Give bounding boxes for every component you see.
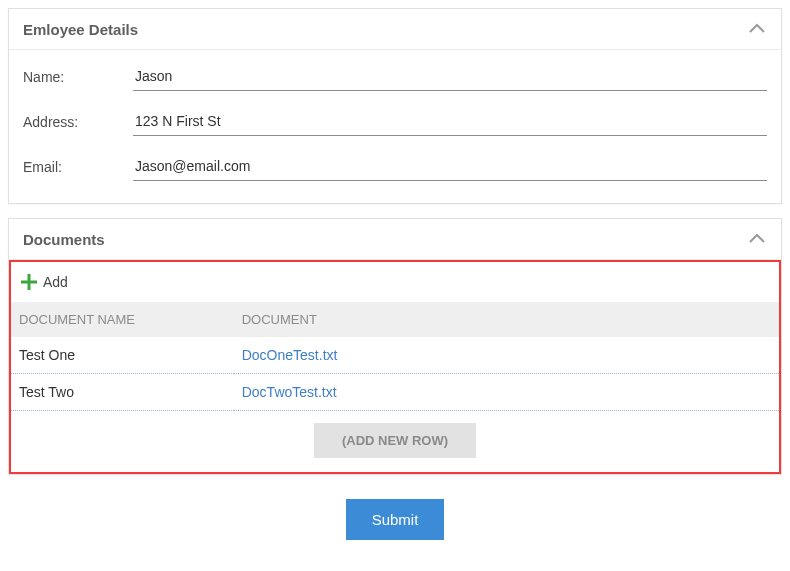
- add-label: Add: [43, 274, 68, 290]
- address-row: Address:: [23, 99, 767, 144]
- doc-name-cell: Test One: [11, 337, 234, 374]
- employee-card-title: Emloyee Details: [23, 21, 138, 38]
- add-new-row-container: (ADD NEW ROW): [11, 411, 779, 460]
- documents-table: DOCUMENT NAME DOCUMENT Test One DocOneTe…: [11, 302, 779, 411]
- documents-card-header[interactable]: Documents: [9, 219, 781, 260]
- employee-card-body: Name: Address: Email:: [9, 50, 781, 203]
- add-document-button[interactable]: Add: [11, 270, 779, 302]
- name-label: Name:: [23, 69, 133, 85]
- address-input[interactable]: [133, 107, 767, 136]
- documents-card-title: Documents: [23, 231, 105, 248]
- doc-link-cell[interactable]: DocTwoTest.txt: [234, 374, 779, 411]
- name-row: Name:: [23, 54, 767, 99]
- add-new-row-button[interactable]: (ADD NEW ROW): [314, 423, 476, 458]
- plus-icon: [19, 272, 39, 292]
- table-row[interactable]: Test One DocOneTest.txt: [11, 337, 779, 374]
- documents-card: Documents Add DOCUMENT NAME DOCUMENT: [8, 218, 782, 475]
- chevron-up-icon[interactable]: [747, 229, 767, 249]
- email-input[interactable]: [133, 152, 767, 181]
- chevron-up-icon[interactable]: [747, 19, 767, 39]
- address-label: Address:: [23, 114, 133, 130]
- doc-link-cell[interactable]: DocOneTest.txt: [234, 337, 779, 374]
- col-document-name: DOCUMENT NAME: [11, 302, 234, 337]
- doc-name-cell: Test Two: [11, 374, 234, 411]
- svg-rect-1: [21, 281, 37, 284]
- employee-details-card: Emloyee Details Name: Address: Email:: [8, 8, 782, 204]
- submit-row: Submit: [8, 489, 782, 550]
- submit-button[interactable]: Submit: [346, 499, 445, 540]
- employee-card-header[interactable]: Emloyee Details: [9, 9, 781, 50]
- name-input[interactable]: [133, 62, 767, 91]
- col-document: DOCUMENT: [234, 302, 779, 337]
- email-row: Email:: [23, 144, 767, 189]
- email-label: Email:: [23, 159, 133, 175]
- documents-body: Add DOCUMENT NAME DOCUMENT Test One DocO…: [9, 260, 781, 474]
- table-row[interactable]: Test Two DocTwoTest.txt: [11, 374, 779, 411]
- table-header-row: DOCUMENT NAME DOCUMENT: [11, 302, 779, 337]
